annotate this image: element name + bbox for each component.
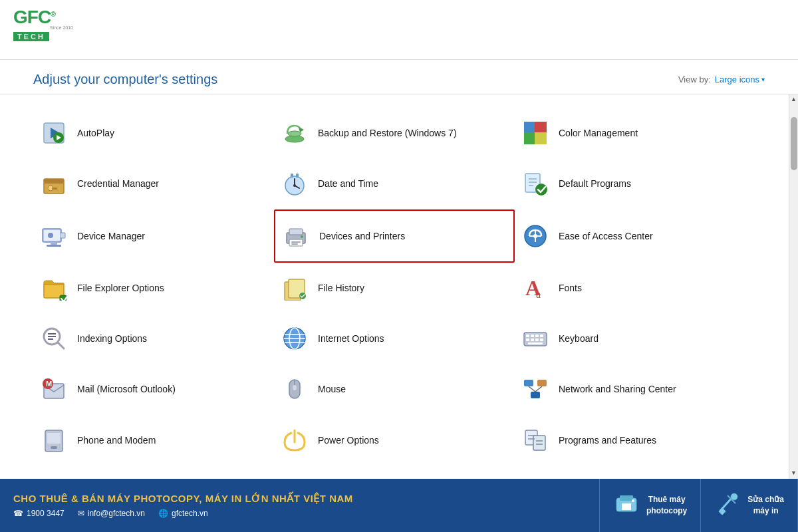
svg-point-74 bbox=[293, 385, 297, 390]
svg-rect-12 bbox=[44, 179, 64, 184]
view-by-dropdown[interactable]: Large icons bbox=[715, 74, 765, 84]
mouse-icon bbox=[281, 376, 309, 404]
item-label-backup-restore: Backup and Restore (Windows 7) bbox=[318, 127, 457, 139]
page-title: Adjust your computer's settings bbox=[33, 72, 217, 87]
control-item-mouse[interactable]: Mouse bbox=[274, 364, 515, 414]
control-item-keyboard[interactable]: Keyboard bbox=[515, 313, 755, 364]
svg-rect-30 bbox=[51, 242, 57, 245]
item-label-mail: Mail (Microsoft Outlook) bbox=[77, 383, 176, 395]
control-item-phone-modem[interactable]: Phone and Modem bbox=[33, 415, 274, 466]
svg-rect-20 bbox=[296, 174, 299, 178]
svg-rect-76 bbox=[531, 392, 540, 398]
control-item-fonts[interactable]: AaFonts bbox=[515, 263, 755, 313]
svg-rect-61 bbox=[531, 334, 534, 337]
header: GFC® Since 2010 TECH bbox=[0, 0, 798, 60]
printer-icon bbox=[282, 222, 310, 250]
service2-text: Sửa chữa máy in bbox=[747, 494, 784, 517]
svg-rect-33 bbox=[289, 229, 303, 235]
item-label-fonts: Fonts bbox=[559, 282, 582, 294]
scrollbar-up[interactable]: ▲ bbox=[790, 96, 798, 104]
credential-icon bbox=[40, 170, 68, 198]
item-label-devices-printers: Devices and Printers bbox=[319, 230, 405, 242]
control-item-backup-restore[interactable]: Backup and Restore (Windows 7) bbox=[274, 108, 515, 158]
svg-rect-66 bbox=[535, 338, 539, 341]
svg-point-93 bbox=[632, 499, 634, 502]
repair-icon bbox=[714, 490, 741, 521]
svg-rect-63 bbox=[540, 334, 543, 337]
svg-rect-96 bbox=[719, 507, 726, 515]
svg-rect-75 bbox=[524, 380, 533, 386]
content-area: AutoPlayBackup and Restore (Windows 7)Co… bbox=[0, 94, 798, 479]
svg-rect-67 bbox=[540, 338, 543, 341]
svg-rect-62 bbox=[535, 334, 539, 337]
control-item-ease-of-access[interactable]: Ease of Access Center bbox=[515, 209, 755, 263]
logo: GFC® Since 2010 TECH bbox=[13, 8, 73, 51]
control-item-internet-options[interactable]: Internet Options bbox=[274, 313, 515, 364]
control-item-date-time[interactable]: Date and Time bbox=[274, 158, 515, 209]
scrollbar-thumb[interactable] bbox=[791, 117, 797, 170]
svg-point-41 bbox=[533, 234, 537, 238]
item-label-color-management: Color Management bbox=[559, 127, 638, 139]
main-area: Adjust your computer's settings View by:… bbox=[0, 60, 798, 479]
control-item-programs[interactable]: Programs and Features bbox=[515, 415, 755, 466]
control-item-mail[interactable]: MMail (Microsoft Outlook) bbox=[33, 364, 274, 414]
item-label-network: Network and Sharing Center bbox=[559, 383, 676, 395]
phone-icon: ☎ bbox=[13, 509, 23, 518]
svg-rect-36 bbox=[291, 243, 298, 245]
svg-rect-19 bbox=[291, 174, 293, 178]
control-item-credential-manager[interactable]: Credential Manager bbox=[33, 158, 274, 209]
control-item-network[interactable]: Network and Sharing Center bbox=[515, 364, 755, 414]
svg-point-22 bbox=[535, 184, 547, 196]
item-label-device-manager: Device Manager bbox=[77, 230, 145, 242]
control-item-indexing[interactable]: Indexing Options bbox=[33, 313, 274, 364]
view-by-label: View by: bbox=[678, 74, 711, 84]
indexing-icon bbox=[40, 325, 68, 352]
keyboard-icon bbox=[521, 325, 549, 352]
logo-reg: ® bbox=[51, 10, 55, 18]
filehistory-icon bbox=[281, 274, 309, 302]
control-item-power[interactable]: Power Options bbox=[274, 415, 515, 466]
svg-rect-27 bbox=[60, 233, 65, 238]
item-label-date-time: Date and Time bbox=[318, 178, 378, 190]
svg-rect-91 bbox=[620, 495, 633, 501]
globe-icon: 🌐 bbox=[158, 509, 168, 518]
photocopy-icon bbox=[613, 490, 640, 521]
item-label-phone-modem: Phone and Modem bbox=[77, 434, 156, 446]
footer-right: Thuê máy photocopy Sửa chữa máy in bbox=[599, 479, 798, 532]
svg-line-79 bbox=[535, 386, 542, 392]
svg-line-78 bbox=[529, 386, 535, 392]
color-icon bbox=[521, 119, 549, 147]
control-item-default-programs[interactable]: Default Programs bbox=[515, 158, 755, 209]
scrollbar-down[interactable]: ▼ bbox=[790, 469, 798, 477]
item-label-mouse: Mouse bbox=[318, 383, 346, 395]
svg-rect-77 bbox=[537, 380, 547, 386]
svg-rect-60 bbox=[526, 334, 529, 337]
svg-rect-82 bbox=[51, 446, 57, 449]
footer-service-repair: Sửa chữa máy in bbox=[701, 479, 798, 532]
item-label-programs: Programs and Features bbox=[559, 434, 656, 446]
footer-website: 🌐 gfctech.vn bbox=[158, 509, 208, 518]
internet-icon bbox=[281, 325, 309, 352]
item-label-indexing: Indexing Options bbox=[77, 332, 147, 344]
item-label-internet-options: Internet Options bbox=[318, 332, 384, 344]
logo-tech: TECH bbox=[13, 32, 49, 41]
view-by: View by: Large icons bbox=[678, 74, 765, 84]
scrollbar[interactable]: ▲ ▼ bbox=[789, 94, 798, 479]
svg-rect-10 bbox=[535, 132, 547, 144]
control-item-file-history[interactable]: File History bbox=[274, 263, 515, 313]
service1-text: Thuê máy photocopy bbox=[646, 494, 687, 517]
svg-rect-35 bbox=[291, 241, 301, 243]
power-icon bbox=[281, 426, 309, 454]
svg-rect-7 bbox=[524, 122, 536, 134]
svg-rect-31 bbox=[47, 245, 61, 247]
svg-line-50 bbox=[58, 342, 64, 348]
control-item-autoplay[interactable]: AutoPlay bbox=[33, 108, 274, 158]
devicemgr-icon bbox=[40, 222, 68, 250]
email-address: info@gfctech.vn bbox=[88, 509, 145, 518]
email-icon: ✉ bbox=[78, 509, 84, 518]
control-item-file-explorer[interactable]: File Explorer Options bbox=[33, 263, 274, 313]
control-item-devices-printers[interactable]: Devices and Printers bbox=[274, 209, 515, 263]
control-item-device-manager[interactable]: Device Manager bbox=[33, 209, 274, 263]
control-item-color-management[interactable]: Color Management bbox=[515, 108, 755, 158]
fonts-icon: Aa bbox=[521, 274, 549, 302]
